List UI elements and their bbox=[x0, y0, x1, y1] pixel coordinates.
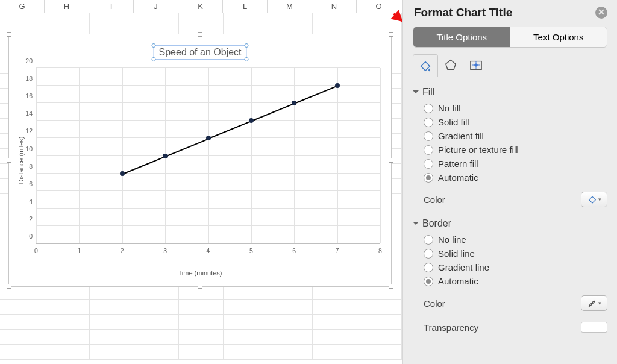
column-header[interactable]: J bbox=[134, 0, 178, 13]
grid-row[interactable] bbox=[0, 315, 402, 330]
radio-option[interactable]: No fill bbox=[424, 101, 607, 115]
tab-title-options[interactable]: Title Options bbox=[413, 27, 510, 47]
column-header[interactable]: H bbox=[45, 0, 89, 13]
pentagon-icon bbox=[444, 58, 457, 72]
y-axis-title[interactable]: Distance (miles) bbox=[17, 137, 25, 184]
chart-title-text: Speed of an Object bbox=[159, 47, 242, 57]
data-point[interactable] bbox=[292, 101, 296, 105]
radio-icon bbox=[424, 249, 433, 259]
data-point[interactable] bbox=[206, 136, 211, 140]
chevron-down-icon: ▾ bbox=[598, 196, 601, 202]
chart-title[interactable]: Speed of an Object bbox=[154, 45, 247, 60]
transparency-input[interactable] bbox=[581, 322, 607, 333]
radio-icon bbox=[424, 104, 433, 113]
series-line[interactable] bbox=[294, 86, 337, 104]
category-icon-tabs bbox=[413, 54, 607, 77]
tab-text-options[interactable]: Text Options bbox=[510, 27, 607, 47]
paint-bucket-icon bbox=[587, 195, 597, 204]
grid-row[interactable] bbox=[0, 13, 402, 28]
column-header[interactable]: L bbox=[223, 0, 268, 13]
title-resize-handle[interactable] bbox=[244, 43, 248, 48]
resize-handle[interactable] bbox=[7, 158, 11, 163]
fill-section-header[interactable]: Fill bbox=[413, 82, 607, 101]
size-icon bbox=[469, 58, 483, 72]
y-tick-label: 0 bbox=[29, 233, 36, 240]
y-tick-label: 6 bbox=[29, 180, 36, 187]
radio-option[interactable]: Automatic bbox=[424, 274, 607, 288]
x-tick-label: 6 bbox=[292, 243, 296, 254]
title-resize-handle[interactable] bbox=[152, 57, 156, 61]
resize-handle[interactable] bbox=[198, 32, 202, 37]
x-tick-label: 4 bbox=[207, 243, 210, 254]
column-header[interactable]: G bbox=[0, 0, 45, 13]
y-tick-label: 10 bbox=[25, 145, 36, 152]
data-point[interactable] bbox=[163, 154, 168, 158]
series-line[interactable] bbox=[122, 156, 165, 174]
column-header[interactable]: M bbox=[268, 0, 312, 13]
radio-label: No fill bbox=[438, 103, 461, 113]
radio-option[interactable]: Pattern fill bbox=[424, 157, 607, 171]
fill-color-button[interactable]: ▾ bbox=[581, 192, 607, 207]
y-tick-label: 14 bbox=[25, 110, 36, 117]
fill-and-line-tab[interactable] bbox=[413, 54, 438, 77]
x-tick-label: 8 bbox=[378, 243, 382, 254]
grid-row[interactable] bbox=[0, 345, 402, 360]
border-color-button[interactable]: ▾ bbox=[581, 295, 607, 311]
data-point[interactable] bbox=[335, 83, 340, 88]
radio-icon bbox=[424, 159, 433, 169]
resize-handle[interactable] bbox=[7, 284, 11, 289]
grid-row[interactable] bbox=[0, 330, 402, 345]
column-header[interactable]: O bbox=[357, 0, 401, 13]
column-headers: GHIJKLMNO bbox=[0, 0, 402, 13]
radio-option[interactable]: Gradient line bbox=[424, 260, 607, 274]
chart-object[interactable]: Speed of an Object Distance (miles) Time… bbox=[8, 34, 392, 287]
resize-handle[interactable] bbox=[389, 32, 393, 37]
paint-bucket-icon bbox=[419, 59, 432, 72]
border-options: No lineSolid lineGradient lineAutomatic bbox=[413, 233, 607, 290]
collapse-triangle-icon bbox=[413, 222, 419, 228]
x-tick-label: 5 bbox=[249, 243, 253, 254]
data-point[interactable] bbox=[120, 171, 125, 176]
title-resize-handle[interactable] bbox=[152, 43, 156, 48]
radio-label: Picture or texture fill bbox=[438, 145, 518, 155]
series-line[interactable] bbox=[208, 121, 251, 139]
grid-row[interactable] bbox=[0, 300, 402, 315]
border-header-label: Border bbox=[422, 218, 451, 229]
resize-handle[interactable] bbox=[389, 284, 393, 289]
column-header[interactable]: K bbox=[178, 0, 223, 13]
y-tick-label: 2 bbox=[29, 215, 36, 222]
resize-handle[interactable] bbox=[7, 32, 11, 37]
series-line[interactable] bbox=[165, 138, 208, 156]
resize-handle[interactable] bbox=[198, 284, 202, 289]
radio-label: Pattern fill bbox=[438, 158, 478, 169]
pane-title: Format Chart Title bbox=[414, 6, 512, 19]
series-line[interactable] bbox=[251, 103, 295, 121]
x-tick-label: 3 bbox=[163, 243, 167, 254]
radio-label: Automatic bbox=[438, 276, 478, 286]
radio-option[interactable]: Gradient fill bbox=[424, 129, 607, 143]
column-header[interactable]: I bbox=[89, 0, 134, 13]
x-tick-label: 0 bbox=[34, 243, 38, 254]
x-tick-label: 7 bbox=[336, 243, 339, 254]
data-point[interactable] bbox=[249, 118, 254, 123]
radio-option[interactable]: Solid line bbox=[424, 246, 607, 260]
y-tick-label: 12 bbox=[25, 127, 36, 134]
radio-option[interactable]: Automatic bbox=[424, 171, 607, 184]
border-color-label: Color bbox=[424, 298, 445, 309]
radio-label: Solid fill bbox=[438, 117, 469, 127]
column-header[interactable]: N bbox=[312, 0, 357, 13]
close-pane-button[interactable]: ✕ bbox=[595, 7, 607, 19]
radio-option[interactable]: Solid fill bbox=[424, 115, 607, 129]
effects-tab[interactable] bbox=[438, 54, 463, 77]
border-section-header[interactable]: Border bbox=[413, 213, 607, 233]
size-properties-tab[interactable] bbox=[463, 54, 489, 77]
radio-option[interactable]: Picture or texture fill bbox=[424, 143, 607, 157]
resize-handle[interactable] bbox=[389, 158, 393, 163]
title-resize-handle[interactable] bbox=[244, 57, 248, 61]
x-axis-title[interactable]: Time (minutes) bbox=[178, 269, 222, 277]
radio-icon bbox=[424, 235, 433, 245]
plot-area[interactable]: 02468101214161820012345678 bbox=[36, 68, 380, 244]
radio-option[interactable]: No line bbox=[424, 233, 607, 246]
y-tick-label: 20 bbox=[25, 57, 36, 64]
fill-header-label: Fill bbox=[422, 87, 434, 98]
